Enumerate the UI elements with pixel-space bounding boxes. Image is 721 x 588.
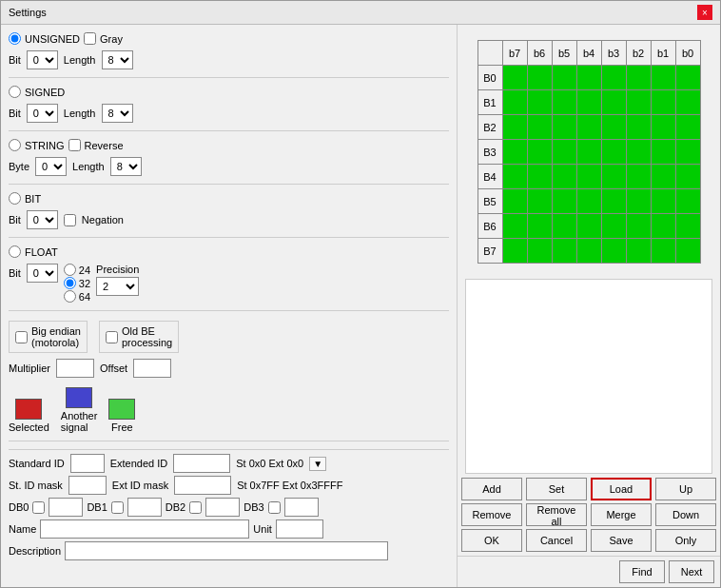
description-input[interactable] (65, 541, 388, 560)
remove-all-button[interactable]: Remove all (526, 503, 587, 526)
standard-id-input[interactable]: 0 (70, 454, 105, 473)
precision-select[interactable]: 2 (96, 277, 139, 296)
table-row: B7 (477, 239, 700, 264)
float-64-label: 64 (79, 291, 90, 303)
signed-length-label: Length (64, 108, 96, 119)
row-b7: B7 (477, 239, 502, 264)
col-b4: b4 (576, 41, 601, 66)
negation-checkbox[interactable] (64, 214, 76, 226)
cell-b0-b1[interactable] (651, 66, 675, 90)
standard-dropdown[interactable]: ▼ (309, 457, 326, 471)
action-row1: Add Set Load Up (461, 478, 716, 500)
db2-checkbox[interactable] (189, 501, 202, 514)
description-row: Description (9, 541, 449, 560)
cell-b0-b2[interactable] (626, 66, 651, 90)
cell-b0-b3[interactable] (601, 66, 626, 90)
unsigned-group: UNSIGNED Gray (9, 32, 449, 45)
row-b4: B4 (477, 165, 502, 189)
float-24-radio[interactable] (64, 264, 76, 276)
unsigned-bit-label: Bit (9, 54, 21, 66)
signed-bit-row: Bit 0 Length 8 (9, 104, 449, 123)
string-length-select[interactable]: 8 (110, 157, 142, 176)
db2-label: DB2 (166, 501, 185, 513)
save-button[interactable]: Save (591, 529, 652, 552)
float-32-radio[interactable] (64, 277, 76, 289)
offset-input[interactable]: 0 (133, 359, 171, 378)
db0-checkbox[interactable] (32, 501, 45, 514)
selected-color-box[interactable] (15, 399, 42, 420)
db3-input[interactable]: 0 (284, 498, 319, 517)
string-radio[interactable] (9, 139, 21, 151)
float-64-radio[interactable] (64, 290, 76, 303)
float-radio[interactable] (9, 245, 21, 258)
string-length-label: Length (72, 161, 105, 172)
db1-checkbox[interactable] (111, 501, 124, 514)
free-color-box[interactable] (108, 399, 135, 420)
string-byte-select[interactable]: 0 (35, 157, 67, 176)
signed-bit-select[interactable]: 0 (27, 104, 58, 123)
name-input[interactable] (40, 519, 249, 539)
unsigned-radio[interactable] (9, 32, 21, 45)
table-row: B5 (477, 189, 700, 214)
float-label: FLOAT (25, 246, 58, 258)
free-swatch: Free (108, 399, 135, 433)
bit-bit-select[interactable]: 0 (27, 210, 58, 229)
cancel-button[interactable]: Cancel (526, 529, 587, 552)
ok-button[interactable]: OK (461, 529, 522, 552)
table-row: B1 (477, 90, 700, 115)
db1-label: DB1 (87, 501, 107, 513)
old-be-check: Old BE processing (99, 321, 179, 353)
multiplier-input[interactable]: 1 (56, 359, 94, 378)
unsigned-bit-select[interactable]: 0 (27, 50, 58, 69)
float-bit-label: Bit (9, 267, 21, 279)
unsigned-length-select[interactable]: 8 (102, 50, 133, 69)
cell-b0-b0[interactable] (675, 66, 700, 90)
signed-radio[interactable] (9, 86, 21, 98)
db3-checkbox[interactable] (268, 501, 281, 514)
cell-b0-b5[interactable] (552, 66, 576, 90)
bit-radio[interactable] (9, 192, 21, 205)
remove-button[interactable]: Remove (461, 503, 522, 526)
col-b7: b7 (502, 41, 527, 66)
big-endian-checkbox[interactable] (15, 331, 28, 343)
gray-checkbox[interactable] (84, 32, 96, 45)
another-color-box[interactable] (66, 387, 92, 408)
close-button[interactable]: × (697, 5, 712, 20)
left-panel: UNSIGNED Gray Bit 0 Length 8 SIGNED Bit … (1, 25, 458, 587)
next-button[interactable]: Next (669, 560, 714, 583)
unit-input[interactable] (276, 519, 323, 539)
cell-b0-b6[interactable] (527, 66, 552, 90)
float-group: FLOAT (9, 245, 449, 258)
old-be-checkbox[interactable] (106, 331, 118, 343)
only-button[interactable]: Only (655, 529, 716, 552)
find-button[interactable]: Find (619, 560, 665, 583)
db0-input[interactable]: 0 (49, 498, 83, 517)
float-24-label: 24 (79, 265, 90, 276)
grid-corner (477, 41, 502, 66)
cell-b0-b4[interactable] (576, 66, 601, 90)
bit-grid: b7 b6 b5 b4 b3 b2 b1 b0 B0 (477, 40, 701, 264)
db1-input[interactable]: 0 (127, 498, 162, 517)
row-b6: B6 (477, 214, 502, 239)
bit-bit-label: Bit (9, 214, 21, 225)
action-row2: Remove Remove all Merge Down (461, 503, 716, 526)
name-label: Name (9, 523, 36, 535)
ext-id-mask-input[interactable]: 262143 (174, 476, 231, 495)
bottom-section: Standard ID 0 Extended ID 0 St 0x0 Ext 0… (9, 449, 449, 563)
set-button[interactable]: Set (526, 478, 587, 500)
color-swatches: Selected Another signal Free (9, 387, 449, 433)
cell-b0-b7[interactable] (502, 66, 527, 90)
down-button[interactable]: Down (655, 503, 716, 526)
extended-id-input[interactable]: 0 (173, 454, 230, 473)
up-button[interactable]: Up (655, 478, 716, 500)
merge-button[interactable]: Merge (591, 503, 652, 526)
string-byte-row: Byte 0 Length 8 (9, 157, 449, 176)
add-button[interactable]: Add (461, 478, 522, 500)
bottom-bar: Find Next (458, 556, 720, 587)
signed-length-select[interactable]: 8 (102, 104, 133, 123)
db2-input[interactable]: 0 (205, 498, 240, 517)
load-button[interactable]: Load (591, 478, 652, 500)
float-bit-select[interactable]: 0 (27, 264, 58, 283)
reverse-checkbox[interactable] (68, 139, 81, 151)
st-id-mask-input[interactable]: 2047 (68, 476, 107, 495)
